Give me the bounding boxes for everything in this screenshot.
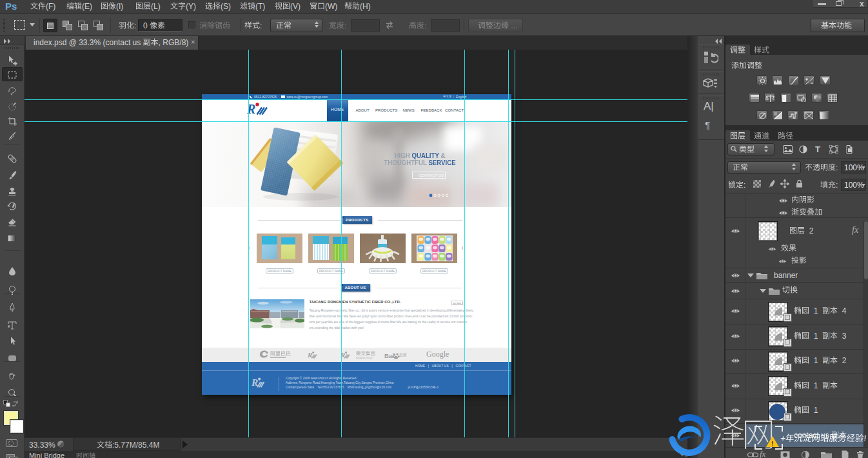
svg-text:...: ... bbox=[511, 21, 517, 30]
svg-text:(E): (E) bbox=[82, 1, 92, 10]
svg-text::: : bbox=[134, 21, 136, 30]
svg-text::: : bbox=[836, 181, 838, 190]
svg-text:2: 2 bbox=[842, 356, 847, 365]
svg-text:(L): (L) bbox=[151, 1, 161, 10]
svg-text::: : bbox=[836, 163, 838, 172]
svg-text:1: 1 bbox=[814, 406, 818, 415]
svg-text:,: , bbox=[159, 38, 161, 47]
svg-text:(H): (H) bbox=[360, 1, 371, 10]
svg-text::: : bbox=[424, 21, 426, 30]
svg-text::: : bbox=[260, 21, 262, 30]
svg-text:RGB/8): RGB/8) bbox=[163, 38, 188, 47]
svg-text:1: 1 bbox=[814, 381, 818, 390]
svg-text:index.psd: index.psd bbox=[34, 38, 66, 47]
svg-text:+: + bbox=[780, 433, 786, 443]
svg-text::5.77M/85.4M: :5.77M/85.4M bbox=[112, 441, 159, 450]
svg-text:R: R bbox=[251, 377, 258, 388]
svg-text:Bai: Bai bbox=[384, 352, 394, 359]
svg-text:1: 1 bbox=[814, 331, 818, 340]
svg-text:1: 1 bbox=[814, 356, 818, 365]
svg-text:ICP: ICP bbox=[411, 386, 416, 389]
svg-text:33.3%: 33.3% bbox=[79, 38, 101, 47]
svg-text:(F): (F) bbox=[46, 1, 55, 10]
svg-text:@: @ bbox=[69, 38, 77, 47]
svg-text:us: us bbox=[133, 38, 141, 47]
svg-text:(I): (I) bbox=[116, 1, 123, 10]
svg-text:(W): (W) bbox=[325, 1, 337, 10]
svg-text:0: 0 bbox=[143, 21, 148, 30]
svg-text:1: 1 bbox=[814, 306, 818, 315]
svg-text:(contact: (contact bbox=[103, 38, 131, 47]
svg-text:(Y): (Y) bbox=[186, 1, 196, 10]
svg-text:(V): (V) bbox=[290, 1, 301, 10]
svg-text::: : bbox=[344, 21, 346, 30]
svg-text:4: 4 bbox=[842, 306, 847, 315]
svg-text::: : bbox=[744, 181, 745, 190]
svg-text:(S): (S) bbox=[221, 1, 231, 10]
svg-text:(T): (T) bbox=[255, 1, 265, 10]
svg-text:R: R bbox=[307, 351, 312, 359]
svg-text:3: 3 bbox=[842, 331, 847, 340]
svg-text:11053013: 11053013 bbox=[419, 386, 433, 389]
svg-text:-1: -1 bbox=[436, 386, 439, 389]
svg-text:2: 2 bbox=[809, 226, 814, 235]
